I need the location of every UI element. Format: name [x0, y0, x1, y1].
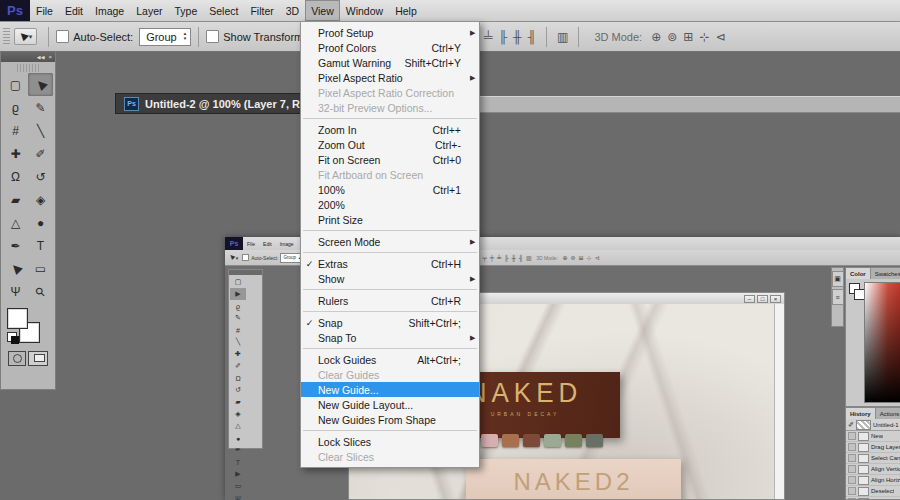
healing-brush-tool[interactable]: ✚	[3, 142, 28, 165]
default-colors-icon[interactable]	[7, 332, 17, 342]
mode-icon[interactable]: ⊲	[715, 30, 725, 44]
panel-tab: History	[846, 408, 876, 419]
divider	[578, 27, 579, 47]
view-menu-item[interactable]: 200%	[301, 197, 479, 212]
view-menu-item[interactable]: 32-bit Preview Options...	[301, 100, 479, 115]
collapse-icon[interactable]: ◀◀	[37, 54, 45, 60]
blur-tool[interactable]: △	[3, 211, 28, 234]
shortcut-label: Ctrl+Y	[432, 42, 461, 54]
rectangular-marquee-tool: ▢	[230, 276, 246, 288]
close-icon[interactable]: ×	[48, 54, 52, 60]
lasso-tool: ϱ	[230, 300, 246, 312]
zoom-tool[interactable]: ⚲	[28, 280, 53, 303]
view-menu-item[interactable]: Screen Mode ▶	[301, 234, 479, 249]
align-icon[interactable]: ╧	[484, 30, 493, 44]
menu-separator	[303, 311, 477, 312]
view-menu-item[interactable]: Lock Guides Alt+Ctrl+;	[301, 352, 479, 367]
menu-item[interactable]: Help	[389, 0, 423, 21]
type-tool[interactable]: T	[28, 234, 53, 257]
view-menu-item[interactable]: New Guide Layout...	[301, 397, 479, 412]
view-menu-item[interactable]: Lock Slices	[301, 434, 479, 449]
quick-selection-tool[interactable]: ✎	[28, 96, 53, 119]
view-menu-item[interactable]: Fit on Screen Ctrl+0	[301, 152, 479, 167]
align-icon[interactable]: ╢	[528, 30, 537, 44]
show-transform-checkbox[interactable]	[206, 30, 219, 43]
quick-mask-button[interactable]	[8, 351, 26, 366]
history-checkbox	[848, 443, 856, 451]
mode-icon[interactable]: ⊹	[699, 30, 709, 44]
healing-brush-tool: ✚	[230, 348, 246, 360]
mode-icon[interactable]: ⊞	[683, 30, 693, 44]
history-brush-icon: ✐	[848, 421, 854, 429]
view-menu-item[interactable]: New Guide...	[301, 382, 479, 397]
menu-item[interactable]: Select	[203, 0, 244, 21]
view-menu-item[interactable]: Rulers Ctrl+R	[301, 293, 479, 308]
mini-color-panel: ColorSwatches	[845, 267, 900, 407]
mode-icon[interactable]: ⊕	[651, 30, 661, 44]
history-brush-tool[interactable]: ↺	[28, 165, 53, 188]
align-icon[interactable]: ╫	[513, 30, 522, 44]
crop-tool[interactable]: #	[3, 119, 28, 142]
hand-tool[interactable]: Ψ	[3, 280, 28, 303]
shortcut-label: Ctrl++	[432, 124, 461, 136]
view-menu-item[interactable]: Pixel Aspect Ratio ▶	[301, 70, 479, 85]
view-menu-item[interactable]: 100% Ctrl+1	[301, 182, 479, 197]
foreground-color-swatch[interactable]	[7, 308, 28, 329]
mini-menu-item: Edit	[259, 237, 276, 250]
menu-item[interactable]: File	[30, 0, 59, 21]
view-menu-item[interactable]: Clear Guides	[301, 367, 479, 382]
view-menu-item[interactable]: Print Size	[301, 212, 479, 227]
menu-item[interactable]: Image	[89, 0, 130, 21]
options-grip[interactable]	[3, 28, 10, 46]
lasso-tool[interactable]: ϱ	[3, 96, 28, 119]
view-menu-item[interactable]: Fit Artboard on Screen	[301, 167, 479, 182]
brush-tool[interactable]: ✐	[28, 142, 53, 165]
auto-select-checkbox[interactable]	[56, 30, 69, 43]
rectangular-marquee-tool[interactable]: ▢	[3, 73, 28, 96]
view-menu-item[interactable]: Pixel Aspect Ratio Correction	[301, 85, 479, 100]
eraser-tool[interactable]: ▰	[3, 188, 28, 211]
clone-stamp-tool[interactable]: Ω	[3, 165, 28, 188]
view-menu-item[interactable]: Snap To ▶	[301, 330, 479, 345]
submenu-arrow-icon: ▶	[470, 275, 479, 283]
mini-mode-icon: ⊲	[595, 254, 600, 261]
view-menu-item[interactable]: Zoom Out Ctrl+-	[301, 137, 479, 152]
menu-item[interactable]: Window	[340, 0, 389, 21]
view-menu-item[interactable]: Proof Colors Ctrl+Y	[301, 40, 479, 55]
menu-item[interactable]: Layer	[130, 0, 168, 21]
gradient-tool[interactable]: ◈	[28, 188, 53, 211]
view-menu-item[interactable]: Show ▶	[301, 271, 479, 286]
view-menu-item[interactable]: Clear Slices	[301, 449, 479, 464]
mini-align-icon: ╢	[519, 255, 523, 261]
dock-panel-icon: ≡	[832, 289, 844, 305]
history-brush-tool: ↺	[230, 384, 246, 396]
view-menu-item[interactable]: Proof Setup ▶	[301, 25, 479, 40]
mini-mode-icon: ⊚	[570, 254, 575, 261]
menu-item[interactable]: View	[305, 0, 340, 21]
pen-tool[interactable]: ✒	[3, 234, 28, 257]
mode-label: 3D Mode:	[594, 31, 642, 43]
screen-mode-button[interactable]	[28, 351, 48, 366]
path-selection-tool[interactable]: ▶	[3, 257, 28, 280]
current-tool-button[interactable]: ▶ ▾	[14, 28, 37, 45]
move-tool[interactable]: ▶	[28, 73, 53, 96]
align-icon[interactable]: ╟	[499, 30, 508, 44]
menu-item[interactable]: Type	[168, 0, 203, 21]
mode-icon[interactable]: ⊚	[667, 30, 677, 44]
menu-item[interactable]: Filter	[244, 0, 279, 21]
rectangle-tool[interactable]: ▭	[28, 257, 53, 280]
menu-separator	[303, 118, 477, 119]
view-menu-item[interactable]: Zoom In Ctrl++	[301, 122, 479, 137]
menu-item[interactable]: 3D	[280, 0, 305, 21]
view-menu-item[interactable]: ✓ Snap Shift+Ctrl+;	[301, 315, 479, 330]
distribute-icon[interactable]: ▥	[557, 30, 568, 44]
dodge-tool: ●	[230, 432, 246, 444]
auto-select-group-dropdown[interactable]: Group ▲▼	[139, 28, 191, 46]
view-menu-item[interactable]: ✓ Extras Ctrl+H	[301, 256, 479, 271]
dodge-tool[interactable]: ●	[28, 211, 53, 234]
tool-panel-grip[interactable]	[17, 64, 39, 72]
view-menu-item[interactable]: Gamut Warning Shift+Ctrl+Y	[301, 55, 479, 70]
view-menu-item[interactable]: New Guides From Shape	[301, 412, 479, 427]
menu-item[interactable]: Edit	[59, 0, 89, 21]
eyedropper-tool[interactable]: ╲	[28, 119, 53, 142]
